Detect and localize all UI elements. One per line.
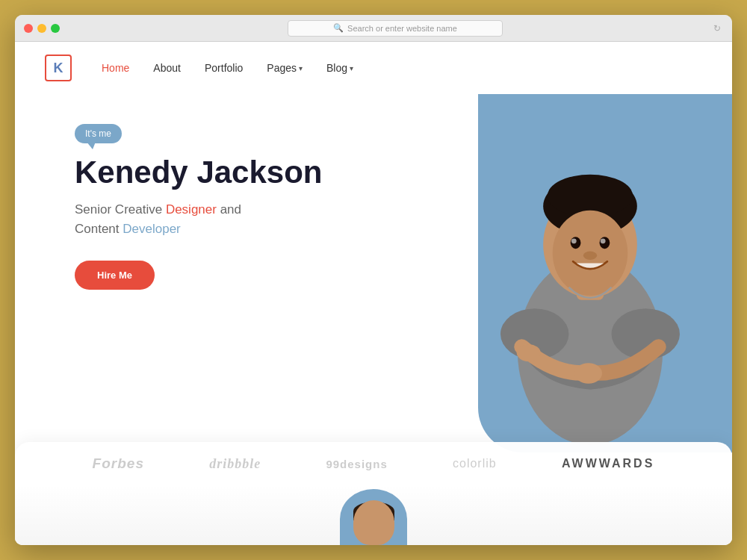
nav-item-blog[interactable]: Blog ▾ [326,62,353,74]
address-text: Search or enter website name [347,24,457,33]
svg-point-10 [583,252,597,260]
address-bar[interactable]: 🔍 Search or enter website name [288,20,502,37]
pages-chevron-icon: ▾ [299,64,303,72]
nav-item-portfolio[interactable]: Portfolio [205,61,243,75]
website-content: K Home About Portfolio Pages ▾ [15,42,732,545]
nav-link-portfolio: Portfolio [205,62,243,74]
hire-me-button[interactable]: Hire Me [75,261,155,290]
speech-bubble: It's me [75,124,122,143]
navbar: K Home About Portfolio Pages ▾ [15,42,732,94]
nav-item-about[interactable]: About [153,61,181,75]
browser-window: 🔍 Search or enter website name ↻ K Home … [15,15,732,545]
nav-link-about: About [153,62,181,74]
brand-colorlib: colorlib [453,457,497,470]
browser-chrome: 🔍 Search or enter website name ↻ [15,15,732,42]
brand-forbes: Forbes [93,455,144,472]
brand-dribbble: dribbble [209,456,261,472]
nav-link-pages: Pages ▾ [267,62,303,74]
svg-point-8 [571,238,577,243]
maximize-button[interactable] [51,24,60,33]
svg-point-13 [574,363,602,383]
minimize-button[interactable] [37,24,46,33]
avatar-head [353,500,394,545]
brands-section: Forbes dribbble 99designs colorlib AWWWA… [15,442,732,485]
svg-point-14 [517,344,541,361]
logo[interactable]: K [45,55,72,81]
nav-item-home[interactable]: Home [102,61,129,75]
nav-links: Home About Portfolio Pages ▾ Blog [102,61,353,75]
search-icon: 🔍 [333,23,344,33]
nav-item-pages[interactable]: Pages ▾ [267,62,303,74]
nav-link-blog: Blog ▾ [326,62,353,74]
svg-point-9 [601,238,606,243]
person-illustration [471,94,710,445]
traffic-lights [24,24,60,33]
close-button[interactable] [24,24,33,33]
bottom-avatar [340,489,407,545]
brand-99designs: 99designs [326,458,387,470]
blog-chevron-icon: ▾ [350,64,353,72]
hero-person-image [471,94,710,445]
bottom-peek-section [15,485,732,545]
hero-section: It's me Kenedy Jackson Senior Creative D… [15,94,732,485]
reload-icon[interactable]: ↻ [711,22,723,34]
nav-link-home: Home [102,62,129,74]
brand-awwwards: AWWWARDS [562,457,654,470]
